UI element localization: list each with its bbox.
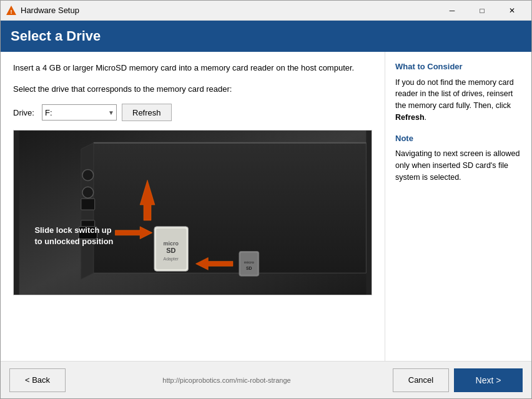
svg-text:Adapter: Adapter [164, 257, 179, 262]
image-area: micro SD Adapter micro SD Slide lock swi… [13, 130, 372, 295]
cancel-button[interactable]: Cancel [393, 368, 449, 392]
drive-select[interactable]: F: [42, 104, 117, 121]
svg-text:Slide lock switch up: Slide lock switch up [34, 225, 111, 235]
main-content: Insert a 4 GB or larger MicroSD memory c… [1, 52, 531, 361]
note-text: Navigating to next screen is allowed onl… [395, 148, 521, 183]
left-panel: Insert a 4 GB or larger MicroSD memory c… [1, 52, 385, 361]
svg-rect-6 [81, 199, 95, 210]
svg-point-9 [82, 187, 94, 198]
close-button[interactable]: ✕ [498, 3, 526, 18]
minimize-button[interactable]: ─ [438, 3, 466, 18]
app-icon: ! [6, 5, 17, 16]
svg-marker-3 [94, 143, 367, 273]
maximize-button[interactable]: □ [468, 3, 496, 18]
svg-text:SD: SD [166, 247, 175, 254]
instruction-2: Select the drive that corresponds to the… [13, 83, 372, 96]
svg-text:!: ! [11, 9, 12, 15]
laptop-illustration: micro SD Adapter micro SD Slide lock swi… [14, 131, 372, 295]
consider-title: What to Consider [395, 61, 521, 73]
refresh-button[interactable]: Refresh [122, 104, 172, 121]
svg-text:to unlocked position: to unlocked position [34, 237, 113, 246]
window-controls: ─ □ ✕ [438, 3, 526, 18]
svg-point-8 [82, 170, 94, 181]
titlebar: ! Hardware Setup ─ □ ✕ [1, 1, 531, 21]
footer-left: < Back [9, 368, 66, 392]
svg-text:micro: micro [164, 240, 179, 247]
next-button[interactable]: Next > [454, 368, 523, 392]
instruction-1: Insert a 4 GB or larger MicroSD memory c… [13, 62, 372, 74]
svg-text:micro: micro [244, 260, 255, 264]
consider-text: If you do not find the memory card reade… [395, 77, 521, 124]
header-banner: Select a Drive [1, 21, 531, 52]
svg-text:SD: SD [246, 266, 252, 270]
svg-marker-5 [81, 143, 94, 279]
footer-right: Cancel Next > [393, 368, 523, 392]
drive-label: Drive: [13, 108, 37, 117]
right-panel: What to Consider If you do not find the … [385, 52, 531, 361]
page-title: Select a Drive [11, 28, 521, 44]
footer-url: http://picoprobotics.com/mic-robot-stran… [162, 375, 295, 385]
note-title: Note [395, 132, 521, 145]
back-button[interactable]: < Back [9, 368, 66, 392]
drive-row: Drive: F: ▼ Refresh [13, 104, 372, 121]
drive-select-wrapper: F: ▼ [42, 104, 117, 121]
footer: < Back http://picoprobotics.com/mic-robo… [1, 361, 531, 398]
window-title: Hardware Setup [21, 6, 438, 15]
